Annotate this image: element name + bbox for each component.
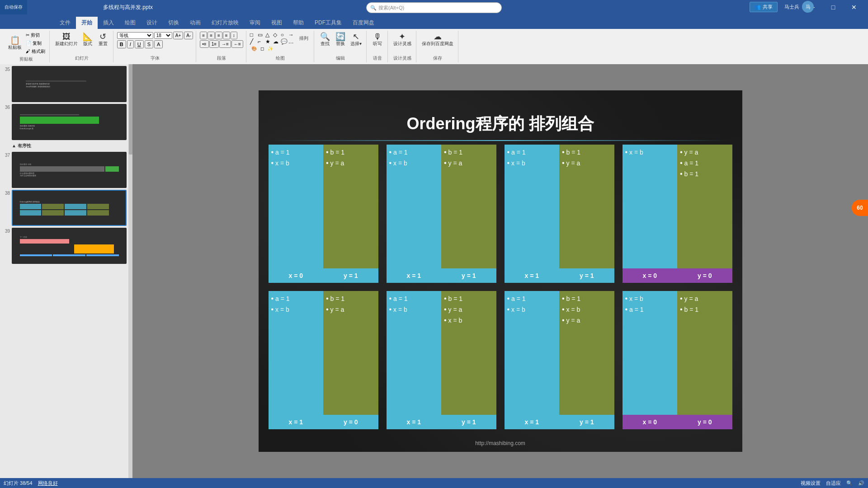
replace-button[interactable]: 🔄 替换	[333, 32, 348, 48]
voice-button[interactable]: 🎙 听写	[370, 32, 385, 48]
shape-round-rect[interactable]: ▭	[258, 32, 265, 38]
justify-button[interactable]: ≡	[223, 32, 230, 39]
font-color-button[interactable]: A	[154, 40, 163, 48]
slide-canvas: Ordering程序的 排列组合 a = 1 x = b b = 1 y = a	[259, 90, 742, 452]
tab-transitions[interactable]: 切换	[163, 17, 184, 29]
italic-button[interactable]: I	[127, 40, 134, 48]
shape-cloud[interactable]: ☁	[273, 38, 280, 45]
search-bar[interactable]: 🔍 搜索(Alt+Q)	[366, 2, 502, 13]
design-ideas-button[interactable]: ✦ 设计灵感	[392, 32, 413, 48]
effect-button[interactable]: ✨	[266, 46, 274, 52]
footer-url: http://mashibing.com	[475, 440, 525, 446]
slide-item-37[interactable]: 37 指令重排 示例 什么是指令重排序 为什么会有指令重排	[2, 152, 127, 188]
format-painter-button[interactable]: 🖌 格式刷	[24, 48, 47, 55]
arrange-button[interactable]: 排列	[297, 34, 311, 42]
align-center-button[interactable]: ≡	[208, 32, 215, 39]
slide-num-35: 35	[2, 66, 10, 72]
font-size-select[interactable]: 18	[154, 32, 172, 39]
tab-slideshow[interactable]: 幻灯片放映	[206, 17, 244, 29]
tab-file[interactable]: 文件	[54, 17, 76, 29]
shape-connector[interactable]: ⌐	[258, 38, 265, 45]
share-button[interactable]: 👥 共享	[750, 2, 778, 12]
shape-line[interactable]: ╱	[250, 38, 257, 45]
find-icon: 🔍	[320, 33, 330, 41]
border-button[interactable]: ◻	[259, 46, 265, 52]
slide-thumb-35[interactable]: 多线程与高并发 高级课程内容 Java并发编程 多线程基础知识	[12, 66, 127, 102]
reset-button[interactable]: ↺ 重置	[96, 32, 110, 48]
edit-label: 编辑	[336, 54, 345, 61]
slide-panel-scrollbar[interactable]	[129, 64, 132, 478]
slide-thumb-38[interactable]: Ordering程序的 排列组合	[12, 190, 127, 226]
tab-baidu[interactable]: 百度网盘	[347, 17, 380, 29]
font-family-select[interactable]: 等线	[117, 32, 153, 39]
canvas-area: Ordering程序的 排列组合 a = 1 x = b b = 1 y = a	[132, 64, 868, 478]
shape-more[interactable]: …	[288, 38, 296, 45]
combo-top-2: a = 1 x = b b = 1 y = a	[387, 145, 496, 268]
slide-item-38[interactable]: 38 Ordering程序的 排列组合	[2, 190, 127, 226]
layout-button[interactable]: 📐 版式	[80, 32, 95, 48]
slide-item-36[interactable]: 36 指令重排 示例代码 OrderExample 类	[2, 104, 127, 140]
select-button[interactable]: ↖ 选择▾	[349, 32, 363, 48]
underline-button[interactable]: U	[135, 40, 144, 48]
tab-design[interactable]: 设计	[141, 17, 163, 29]
fit-button[interactable]: 自适应	[826, 480, 841, 487]
cut-button[interactable]: ✂ 剪切	[24, 32, 47, 39]
save-label: 保存	[433, 54, 442, 61]
tab-help[interactable]: 帮助	[288, 17, 309, 29]
tab-draw[interactable]: 绘图	[119, 17, 141, 29]
decrease-indent-button[interactable]: ←≡	[231, 40, 243, 48]
drawing-label: 绘图	[276, 54, 285, 61]
shape-rect[interactable]: □	[250, 32, 257, 38]
tab-view[interactable]: 视图	[266, 17, 288, 29]
video-settings-button[interactable]: 视频设置	[801, 480, 821, 487]
find-button[interactable]: 🔍 查找	[318, 32, 332, 48]
combo-item-6-5: x = b	[444, 316, 494, 324]
slide-thumb-37[interactable]: 指令重排 示例 什么是指令重排序 为什么会有指令重排	[12, 152, 127, 188]
autosave-label: 自动保存	[5, 4, 23, 10]
line-spacing-button[interactable]: ↕	[231, 32, 237, 39]
paste-button[interactable]: 📋 粘贴板	[6, 35, 24, 52]
fill-button[interactable]: 🎨	[250, 46, 258, 52]
ribbon-group-slide: 🖼 新建幻灯片 📐 版式 ↺ 重置 幻灯片	[51, 31, 113, 62]
combo-item-8-4: b = 1	[680, 305, 730, 314]
combo-item-8-2: a = 1	[625, 305, 675, 314]
list-bullet-button[interactable]: •≡	[200, 40, 208, 48]
tab-animations[interactable]: 动画	[184, 17, 206, 29]
shape-ellipse[interactable]: ○	[281, 32, 288, 38]
ribbon-body: 📋 粘贴板 ✂ 剪切 📄 复制 🖌 格式刷 剪贴板 🖼 新建幻灯片 📐	[0, 29, 868, 64]
combo-bottom-3: x = 1 y = 1	[505, 268, 614, 283]
combo-bottom-8: x = 0 y = 0	[623, 415, 732, 429]
strikethrough-button[interactable]: S	[145, 40, 153, 48]
shape-star[interactable]: ★	[265, 38, 273, 45]
close-button[interactable]: ✕	[844, 0, 864, 14]
slide-item-39[interactable]: 39 下一内容	[2, 228, 127, 264]
slide-item-35[interactable]: 35 多线程与高并发 高级课程内容 Java并发编程 多线程基础知识	[2, 66, 127, 102]
shape-diamond[interactable]: ◇	[273, 32, 280, 38]
scrollbar-thumb[interactable]	[129, 64, 132, 155]
shape-triangle[interactable]: △	[265, 32, 273, 38]
list-number-button[interactable]: 1≡	[209, 40, 219, 48]
tab-review[interactable]: 审阅	[244, 17, 266, 29]
float-badge[interactable]: 60	[852, 200, 868, 216]
tab-home[interactable]: 开始	[76, 17, 98, 29]
combo-box-1: a = 1 x = b b = 1 y = a x = 0 y = 1	[269, 145, 378, 283]
font-shrink-button[interactable]: A-	[184, 32, 193, 39]
shape-callout[interactable]: 💬	[281, 38, 288, 45]
new-slide-button[interactable]: 🖼 新建幻灯片	[53, 32, 80, 48]
slide-thumb-36[interactable]: 指令重排 示例代码 OrderExample 类	[12, 104, 127, 140]
increase-indent-button[interactable]: →≡	[219, 40, 231, 48]
align-right-button[interactable]: ≡	[215, 32, 222, 39]
restore-button[interactable]: □	[823, 0, 844, 14]
align-left-button[interactable]: ≡	[200, 32, 207, 39]
tab-insert[interactable]: 插入	[98, 17, 119, 29]
shape-arrow[interactable]: →	[288, 32, 296, 38]
sound-icon[interactable]: 🔊	[858, 480, 864, 486]
copy-button[interactable]: 📄 复制	[24, 40, 47, 47]
bold-button[interactable]: B	[117, 40, 126, 48]
save-baidu-button[interactable]: ☁ 保存到百度网盘	[420, 32, 455, 48]
replace-icon: 🔄	[335, 33, 345, 41]
font-grow-button[interactable]: A+	[173, 32, 184, 39]
zoom-icon[interactable]: 🔍	[846, 480, 853, 486]
tab-pdf[interactable]: PDF工具集	[309, 17, 347, 29]
slide-thumb-39[interactable]: 下一内容	[12, 228, 127, 264]
